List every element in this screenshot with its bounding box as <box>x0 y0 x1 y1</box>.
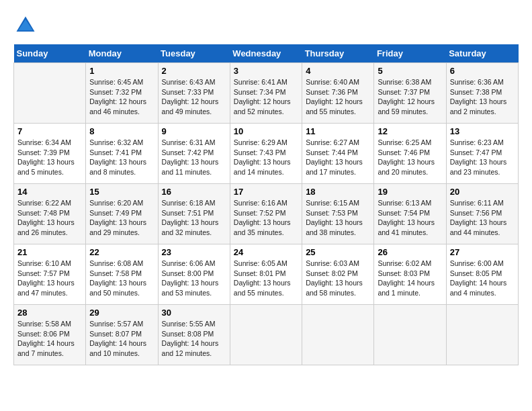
day-number: 30 <box>162 308 226 318</box>
calendar-cell: 10Sunrise: 6:29 AM Sunset: 7:43 PM Dayli… <box>230 124 302 184</box>
calendar-cell: 28Sunrise: 5:58 AM Sunset: 8:06 PM Dayli… <box>14 305 86 365</box>
calendar-cell: 20Sunrise: 6:11 AM Sunset: 7:56 PM Dayli… <box>446 184 518 244</box>
day-info: Sunrise: 6:02 AM Sunset: 8:03 PM Dayligh… <box>378 259 442 298</box>
day-number: 5 <box>378 66 442 76</box>
day-info: Sunrise: 6:34 AM Sunset: 7:39 PM Dayligh… <box>17 138 82 177</box>
logo-icon <box>13 13 38 38</box>
day-info: Sunrise: 6:43 AM Sunset: 7:33 PM Dayligh… <box>162 77 226 117</box>
day-number: 7 <box>17 126 82 136</box>
calendar-cell: 7Sunrise: 6:34 AM Sunset: 7:39 PM Daylig… <box>14 124 86 184</box>
day-info: Sunrise: 6:06 AM Sunset: 8:00 PM Dayligh… <box>162 259 226 298</box>
weekday-header-wednesday: Wednesday <box>230 44 302 63</box>
day-number: 15 <box>89 187 154 197</box>
day-info: Sunrise: 6:03 AM Sunset: 8:02 PM Dayligh… <box>306 259 370 298</box>
calendar-cell: 14Sunrise: 6:22 AM Sunset: 7:48 PM Dayli… <box>14 184 86 244</box>
calendar-cell: 11Sunrise: 6:27 AM Sunset: 7:44 PM Dayli… <box>302 124 374 184</box>
day-number: 2 <box>162 66 226 76</box>
day-number: 4 <box>306 66 370 76</box>
calendar-cell: 27Sunrise: 6:00 AM Sunset: 8:05 PM Dayli… <box>446 244 518 305</box>
calendar-week-3: 14Sunrise: 6:22 AM Sunset: 7:48 PM Dayli… <box>14 184 519 244</box>
day-number: 24 <box>234 247 298 257</box>
day-info: Sunrise: 6:18 AM Sunset: 7:51 PM Dayligh… <box>162 198 226 238</box>
day-number: 28 <box>17 308 82 318</box>
day-info: Sunrise: 5:57 AM Sunset: 8:07 PM Dayligh… <box>89 319 154 359</box>
calendar-cell: 13Sunrise: 6:23 AM Sunset: 7:47 PM Dayli… <box>446 124 518 184</box>
day-info: Sunrise: 6:32 AM Sunset: 7:41 PM Dayligh… <box>89 138 154 177</box>
day-number: 21 <box>17 247 82 257</box>
calendar-table: SundayMondayTuesdayWednesdayThursdayFrid… <box>13 44 519 365</box>
day-number: 19 <box>378 187 442 197</box>
day-number: 14 <box>17 187 82 197</box>
day-info: Sunrise: 6:29 AM Sunset: 7:43 PM Dayligh… <box>234 138 298 177</box>
day-number: 18 <box>306 187 370 197</box>
calendar-cell: 25Sunrise: 6:03 AM Sunset: 8:02 PM Dayli… <box>302 244 374 305</box>
calendar-cell: 26Sunrise: 6:02 AM Sunset: 8:03 PM Dayli… <box>374 244 446 305</box>
calendar-cell: 22Sunrise: 6:08 AM Sunset: 7:58 PM Dayli… <box>86 244 158 305</box>
weekday-header-friday: Friday <box>374 44 446 63</box>
day-info: Sunrise: 6:08 AM Sunset: 7:58 PM Dayligh… <box>89 259 154 298</box>
day-number: 26 <box>378 247 442 257</box>
day-info: Sunrise: 6:16 AM Sunset: 7:52 PM Dayligh… <box>234 198 298 238</box>
day-number: 6 <box>450 66 515 76</box>
day-number: 16 <box>162 187 226 197</box>
calendar-week-2: 7Sunrise: 6:34 AM Sunset: 7:39 PM Daylig… <box>14 124 519 184</box>
calendar-body: 1Sunrise: 6:45 AM Sunset: 7:32 PM Daylig… <box>14 63 519 365</box>
day-info: Sunrise: 6:36 AM Sunset: 7:38 PM Dayligh… <box>450 77 515 117</box>
day-info: Sunrise: 6:40 AM Sunset: 7:36 PM Dayligh… <box>306 77 370 117</box>
day-info: Sunrise: 5:58 AM Sunset: 8:06 PM Dayligh… <box>17 319 82 359</box>
day-info: Sunrise: 6:13 AM Sunset: 7:54 PM Dayligh… <box>378 198 442 238</box>
calendar-cell: 21Sunrise: 6:10 AM Sunset: 7:57 PM Dayli… <box>14 244 86 305</box>
calendar-cell: 29Sunrise: 5:57 AM Sunset: 8:07 PM Dayli… <box>86 305 158 365</box>
day-info: Sunrise: 6:10 AM Sunset: 7:57 PM Dayligh… <box>17 259 82 298</box>
calendar-cell <box>302 305 374 365</box>
day-info: Sunrise: 6:38 AM Sunset: 7:37 PM Dayligh… <box>378 77 442 117</box>
day-info: Sunrise: 6:22 AM Sunset: 7:48 PM Dayligh… <box>17 198 82 238</box>
day-number: 17 <box>234 187 298 197</box>
calendar-cell: 18Sunrise: 6:15 AM Sunset: 7:53 PM Dayli… <box>302 184 374 244</box>
calendar-cell: 4Sunrise: 6:40 AM Sunset: 7:36 PM Daylig… <box>302 63 374 124</box>
day-number: 12 <box>378 126 442 136</box>
day-info: Sunrise: 5:55 AM Sunset: 8:08 PM Dayligh… <box>162 319 226 359</box>
calendar-cell: 23Sunrise: 6:06 AM Sunset: 8:00 PM Dayli… <box>158 244 230 305</box>
day-info: Sunrise: 6:41 AM Sunset: 7:34 PM Dayligh… <box>234 77 298 117</box>
calendar-cell: 15Sunrise: 6:20 AM Sunset: 7:49 PM Dayli… <box>86 184 158 244</box>
weekday-header-thursday: Thursday <box>302 44 374 63</box>
day-number: 20 <box>450 187 515 197</box>
day-info: Sunrise: 6:45 AM Sunset: 7:32 PM Dayligh… <box>89 77 154 117</box>
day-info: Sunrise: 6:27 AM Sunset: 7:44 PM Dayligh… <box>306 138 370 177</box>
weekday-row: SundayMondayTuesdayWednesdayThursdayFrid… <box>14 44 519 63</box>
day-info: Sunrise: 6:25 AM Sunset: 7:46 PM Dayligh… <box>378 138 442 177</box>
day-number: 3 <box>234 66 298 76</box>
calendar-cell: 16Sunrise: 6:18 AM Sunset: 7:51 PM Dayli… <box>158 184 230 244</box>
day-info: Sunrise: 6:23 AM Sunset: 7:47 PM Dayligh… <box>450 138 515 177</box>
calendar-week-4: 21Sunrise: 6:10 AM Sunset: 7:57 PM Dayli… <box>14 244 519 305</box>
calendar-cell <box>446 305 518 365</box>
weekday-header-saturday: Saturday <box>446 44 518 63</box>
calendar-cell: 19Sunrise: 6:13 AM Sunset: 7:54 PM Dayli… <box>374 184 446 244</box>
day-info: Sunrise: 6:00 AM Sunset: 8:05 PM Dayligh… <box>450 259 515 298</box>
calendar-cell: 24Sunrise: 6:05 AM Sunset: 8:01 PM Dayli… <box>230 244 302 305</box>
day-number: 23 <box>162 247 226 257</box>
logo <box>13 13 40 38</box>
day-info: Sunrise: 6:11 AM Sunset: 7:56 PM Dayligh… <box>450 198 515 238</box>
day-number: 1 <box>89 66 154 76</box>
day-info: Sunrise: 6:20 AM Sunset: 7:49 PM Dayligh… <box>89 198 154 238</box>
calendar-cell: 9Sunrise: 6:31 AM Sunset: 7:42 PM Daylig… <box>158 124 230 184</box>
calendar-cell: 6Sunrise: 6:36 AM Sunset: 7:38 PM Daylig… <box>446 63 518 124</box>
calendar-cell: 1Sunrise: 6:45 AM Sunset: 7:32 PM Daylig… <box>86 63 158 124</box>
day-number: 29 <box>89 308 154 318</box>
day-info: Sunrise: 6:05 AM Sunset: 8:01 PM Dayligh… <box>234 259 298 298</box>
day-number: 22 <box>89 247 154 257</box>
calendar-cell: 17Sunrise: 6:16 AM Sunset: 7:52 PM Dayli… <box>230 184 302 244</box>
calendar-cell <box>230 305 302 365</box>
weekday-header-sunday: Sunday <box>14 44 86 63</box>
calendar-cell: 5Sunrise: 6:38 AM Sunset: 7:37 PM Daylig… <box>374 63 446 124</box>
day-info: Sunrise: 6:15 AM Sunset: 7:53 PM Dayligh… <box>306 198 370 238</box>
calendar-week-5: 28Sunrise: 5:58 AM Sunset: 8:06 PM Dayli… <box>14 305 519 365</box>
day-number: 25 <box>306 247 370 257</box>
calendar-cell: 2Sunrise: 6:43 AM Sunset: 7:33 PM Daylig… <box>158 63 230 124</box>
day-number: 11 <box>306 126 370 136</box>
calendar-cell: 30Sunrise: 5:55 AM Sunset: 8:08 PM Dayli… <box>158 305 230 365</box>
day-info: Sunrise: 6:31 AM Sunset: 7:42 PM Dayligh… <box>162 138 226 177</box>
day-number: 13 <box>450 126 515 136</box>
